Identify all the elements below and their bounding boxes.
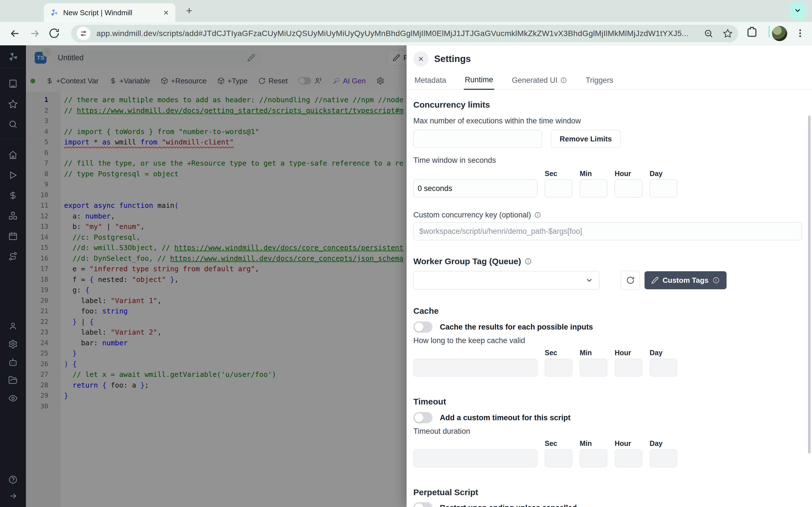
sidebar-item-users[interactable] xyxy=(0,317,26,335)
avatar[interactable] xyxy=(772,26,787,41)
pencil-icon xyxy=(651,277,659,284)
variables-icon xyxy=(8,191,18,200)
workers-icon xyxy=(8,357,18,367)
drawer-backdrop[interactable] xyxy=(26,45,407,507)
close-settings-button[interactable] xyxy=(413,51,428,66)
tab-close-icon[interactable] xyxy=(162,9,170,16)
tab-metadata[interactable]: Metadata xyxy=(413,71,448,90)
custom-tags-label: Custom Tags xyxy=(663,276,709,285)
perpetual-toggle[interactable] xyxy=(413,502,433,507)
timeout-hour-input[interactable] xyxy=(615,449,642,467)
zoom-out-icon[interactable] xyxy=(704,29,713,38)
custom-concurrency-key-input[interactable] xyxy=(413,222,802,240)
sidebar-item-variables[interactable] xyxy=(0,185,26,206)
bookmark-star-icon[interactable] xyxy=(723,29,732,38)
url-bar[interactable]: app.windmill.dev/scripts/add#JTdCJTIyaGF… xyxy=(71,25,738,42)
cache-duration-label: How long to the keep cache valid xyxy=(413,336,802,345)
browser-tab[interactable]: New Script | Windmill xyxy=(44,3,175,22)
cache-heading: Cache xyxy=(413,305,802,316)
timeout-day-input[interactable] xyxy=(650,449,677,467)
settings-drawer: Settings Metadata Runtime Generated UI T… xyxy=(407,45,812,507)
cache-sec-input[interactable] xyxy=(545,358,572,377)
sidebar-item-folders[interactable] xyxy=(0,371,26,389)
browser-navbar: app.windmill.dev/scripts/add#JTdCJTIyaGF… xyxy=(0,22,812,45)
browser-menu-icon[interactable] xyxy=(795,28,805,38)
schedules-icon xyxy=(8,231,18,241)
settings-icon xyxy=(8,339,18,349)
sidebar-item-expand[interactable] xyxy=(0,488,26,504)
folders-icon xyxy=(8,376,18,385)
cache-day-input[interactable] xyxy=(650,358,677,377)
sec-label: Sec xyxy=(545,439,572,448)
home-icon xyxy=(8,150,18,160)
back-icon[interactable] xyxy=(9,27,21,40)
tab-triggers[interactable]: Triggers xyxy=(585,71,614,90)
sidebar-group-middle xyxy=(0,145,26,267)
max-executions-input[interactable] xyxy=(413,130,542,148)
tab-generated-ui[interactable]: Generated UI xyxy=(511,71,568,90)
custom-tags-button[interactable]: Custom Tags xyxy=(645,271,726,289)
worker-group-select[interactable] xyxy=(413,271,599,290)
windmill-logo-icon[interactable] xyxy=(7,51,18,62)
sidebar-item-help[interactable] xyxy=(0,471,26,488)
sidebar-item-favorites[interactable] xyxy=(0,94,26,114)
site-settings-icon[interactable] xyxy=(77,27,90,40)
info-icon xyxy=(524,258,532,265)
tab-runtime[interactable]: Runtime xyxy=(464,71,495,90)
timeout-duration-input[interactable] xyxy=(413,449,538,467)
sidebar-item-workspace[interactable] xyxy=(0,73,26,94)
day-label: Day xyxy=(650,170,677,178)
time-window-sec-input[interactable] xyxy=(545,179,572,198)
app-sidebar xyxy=(0,45,26,507)
chevron-down-icon xyxy=(585,276,594,284)
drawer-scrollbar[interactable] xyxy=(808,115,811,453)
sidebar-item-workers[interactable] xyxy=(0,353,26,371)
cache-duration-input[interactable] xyxy=(413,358,538,377)
windmill-favicon xyxy=(50,8,59,17)
hour-label: Hour xyxy=(615,439,642,448)
cache-min-input[interactable] xyxy=(580,358,607,377)
timeout-heading: Timeout xyxy=(413,396,802,407)
sidebar-item-audit-logs[interactable] xyxy=(0,389,26,407)
max-executions-label: Max number of executions within the time… xyxy=(413,116,802,125)
browser-chrome: New Script | Windmill app.windmill.dev/s… xyxy=(0,0,812,45)
cache-toggle[interactable] xyxy=(413,321,433,333)
url-text[interactable]: app.windmill.dev/scripts/add#JTdCJTIyaGF… xyxy=(96,29,694,38)
duration-labels: Sec Min Hour Day xyxy=(413,348,802,357)
sidebar-item-runs[interactable] xyxy=(0,165,26,185)
sec-label: Sec xyxy=(545,349,572,357)
timeout-toggle-label: Add a custom timeout for this script xyxy=(440,413,571,422)
timeout-min-input[interactable] xyxy=(580,449,607,467)
new-tab-button[interactable] xyxy=(185,6,194,15)
time-window-hour-input[interactable] xyxy=(615,179,642,198)
worker-group-heading-text: Worker Group Tag (Queue) xyxy=(413,256,521,267)
perpetual-toggle-label: Restart upon ending unless cancelled xyxy=(440,504,577,507)
sidebar-item-search[interactable] xyxy=(0,114,26,134)
sidebar-group-bottom xyxy=(0,317,26,407)
time-window-day-input[interactable] xyxy=(650,179,677,198)
extensions-icon[interactable] xyxy=(746,26,758,38)
min-label: Min xyxy=(580,439,607,448)
timeout-duration-row xyxy=(413,449,802,467)
concurrency-limits-heading: Concurrency limits xyxy=(413,100,802,110)
sidebar-item-settings[interactable] xyxy=(0,335,26,353)
cache-duration-row xyxy=(413,358,802,377)
timeout-toggle[interactable] xyxy=(413,412,433,424)
timeout-sec-input[interactable] xyxy=(545,449,572,467)
reload-icon[interactable] xyxy=(49,27,60,40)
sidebar-item-resources[interactable] xyxy=(0,206,26,226)
day-label: Day xyxy=(650,349,677,357)
time-window-input[interactable] xyxy=(413,179,538,198)
expand-icon xyxy=(8,491,18,501)
tab-search-chevron-button[interactable] xyxy=(790,2,806,18)
forward-icon[interactable] xyxy=(29,27,41,40)
remove-limits-button[interactable]: Remove Limits xyxy=(551,130,620,148)
sidebar-item-schedules[interactable] xyxy=(0,226,26,246)
cache-hour-input[interactable] xyxy=(615,358,642,377)
day-label: Day xyxy=(650,439,677,448)
refresh-tags-button[interactable] xyxy=(621,271,640,290)
resources-icon xyxy=(8,211,18,221)
sidebar-item-home[interactable] xyxy=(0,145,26,165)
sidebar-item-flows[interactable] xyxy=(0,246,26,267)
time-window-min-input[interactable] xyxy=(580,179,607,198)
